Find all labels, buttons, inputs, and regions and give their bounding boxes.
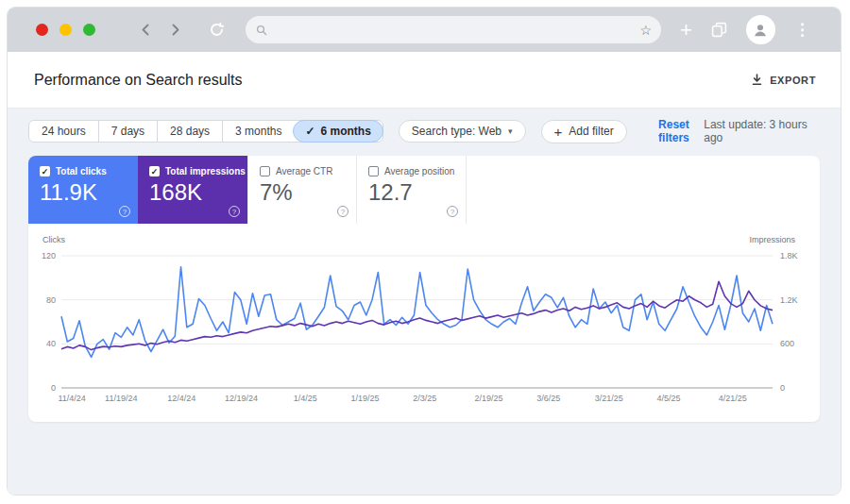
address-bar[interactable]: ☆ (246, 16, 661, 43)
metric-tiles: ✓ Total clicks 11.9K ? ✓ Total impressio… (28, 156, 820, 224)
metric-value: 168K (149, 179, 238, 206)
performance-chart-card: ✓ Total clicks 11.9K ? ✓ Total impressio… (28, 156, 820, 422)
zoom-window-button[interactable] (83, 24, 95, 36)
export-button[interactable]: EXPORT (751, 74, 816, 86)
add-filter-label: Add filter (569, 125, 613, 138)
last-update-text: Last update: 3 hours ago (704, 118, 820, 144)
tile-average-ctr[interactable]: Average CTR 7% ? (247, 156, 357, 224)
axis-tick-label: 0 (51, 383, 56, 393)
metric-label: Average CTR (276, 166, 332, 176)
metric-value: 12.7 (368, 179, 456, 206)
metric-label: Average position (384, 166, 454, 176)
check-icon: ✓ (305, 125, 314, 138)
checkbox-unchecked-icon[interactable] (368, 166, 379, 176)
x-axis-tick-label: 11/19/24 (105, 394, 137, 403)
axis-tick-label: 0 (780, 383, 785, 393)
tile-total-clicks[interactable]: ✓ Total clicks 11.9K ? (28, 156, 138, 224)
browser-chrome: ☆ + ⋮ (8, 8, 841, 52)
page-title: Performance on Search results (34, 72, 243, 89)
tab-switcher-icon[interactable] (711, 22, 727, 38)
range-3-months[interactable]: 3 months (222, 121, 294, 142)
profile-avatar[interactable] (746, 15, 775, 44)
axis-tick-label: 1.2K (780, 295, 798, 305)
download-icon (751, 74, 763, 86)
left-axis-ticks: 12080400 (28, 256, 56, 388)
back-icon[interactable] (139, 23, 153, 37)
reset-filters-link[interactable]: Reset filters (644, 118, 705, 144)
x-axis-tick-label: 3/6/25 (536, 394, 560, 403)
metric-value: 11.9K (40, 179, 128, 206)
x-axis-tick-label: 4/21/25 (719, 394, 747, 403)
chart-svg (61, 256, 773, 388)
x-axis-tick-label: 4/5/25 (657, 394, 681, 403)
axis-tick-label: 40 (46, 339, 56, 348)
x-axis-tick-label: 1/4/25 (294, 394, 317, 403)
search-type-label: Search type: Web (412, 125, 502, 138)
metric-label: Total impressions (165, 166, 246, 176)
range-24-hours[interactable]: 24 hours (29, 121, 98, 142)
x-axis-tick-label: 1/19/25 (351, 394, 380, 403)
help-icon[interactable]: ? (337, 206, 348, 217)
forward-icon[interactable] (168, 23, 182, 37)
help-icon[interactable]: ? (229, 206, 240, 217)
bookmark-star-icon[interactable]: ☆ (639, 24, 652, 37)
axis-tick-label: 80 (46, 295, 56, 305)
help-icon[interactable]: ? (119, 206, 130, 217)
metric-value: 7% (260, 179, 347, 206)
overflow-menu-icon[interactable]: ⋮ (794, 22, 810, 38)
checkbox-checked-icon[interactable]: ✓ (149, 166, 160, 176)
x-axis-tick-label: 11/4/24 (58, 394, 85, 403)
x-axis-tick-label: 3/21/25 (595, 394, 623, 403)
checkbox-checked-icon[interactable]: ✓ (40, 166, 50, 176)
plot-area (61, 256, 773, 388)
tile-total-impressions[interactable]: ✓ Total impressions 168K ? (138, 156, 247, 224)
axis-tick-label: 1.8K (780, 251, 798, 260)
metric-label: Total clicks (56, 166, 107, 176)
chevron-down-icon: ▾ (508, 126, 513, 136)
range-6-months-selected[interactable]: ✓ 6 months (293, 120, 382, 143)
timeseries-chart: Clicks Impressions 12080400 1.8K1.2K6000… (28, 224, 820, 422)
date-range-selector: 24 hours 7 days 28 days 3 months ✓ 6 mon… (28, 120, 383, 143)
close-window-button[interactable] (36, 24, 48, 36)
x-axis-labels: 11/4/2411/19/2412/4/2412/19/241/4/251/19… (61, 394, 773, 405)
range-28-days[interactable]: 28 days (157, 121, 222, 142)
right-axis-title: Impressions (749, 235, 795, 244)
filter-bar: 24 hours 7 days 28 days 3 months ✓ 6 mon… (28, 120, 820, 143)
window-controls (36, 24, 95, 36)
reload-icon[interactable] (209, 22, 225, 38)
range-7-days[interactable]: 7 days (98, 121, 157, 142)
range-6-months-label: 6 months (321, 125, 371, 138)
search-type-dropdown[interactable]: Search type: Web ▾ (399, 120, 526, 143)
x-axis-tick-label: 12/4/24 (167, 394, 196, 403)
x-axis-tick-label: 2/3/25 (413, 394, 436, 403)
plus-icon: + (554, 125, 563, 139)
new-tab-icon[interactable]: + (680, 20, 692, 41)
url-input[interactable] (268, 24, 639, 37)
search-icon (255, 24, 268, 37)
browser-window: ☆ + ⋮ Performance on Search results EXPO… (7, 7, 842, 496)
checkbox-unchecked-icon[interactable] (260, 166, 270, 176)
left-axis-title: Clicks (42, 235, 65, 244)
x-axis-tick-label: 2/19/25 (475, 394, 503, 403)
help-icon[interactable]: ? (447, 206, 458, 217)
export-label: EXPORT (770, 75, 816, 86)
right-axis-ticks: 1.8K1.2K6000 (780, 256, 814, 388)
tile-average-position[interactable]: Average position 12.7 ? (357, 156, 467, 224)
axis-tick-label: 120 (42, 251, 56, 260)
axis-tick-label: 600 (780, 339, 794, 348)
x-axis-tick-label: 12/19/24 (225, 394, 258, 403)
minimize-window-button[interactable] (60, 24, 72, 36)
add-filter-button[interactable]: + Add filter (541, 120, 627, 143)
